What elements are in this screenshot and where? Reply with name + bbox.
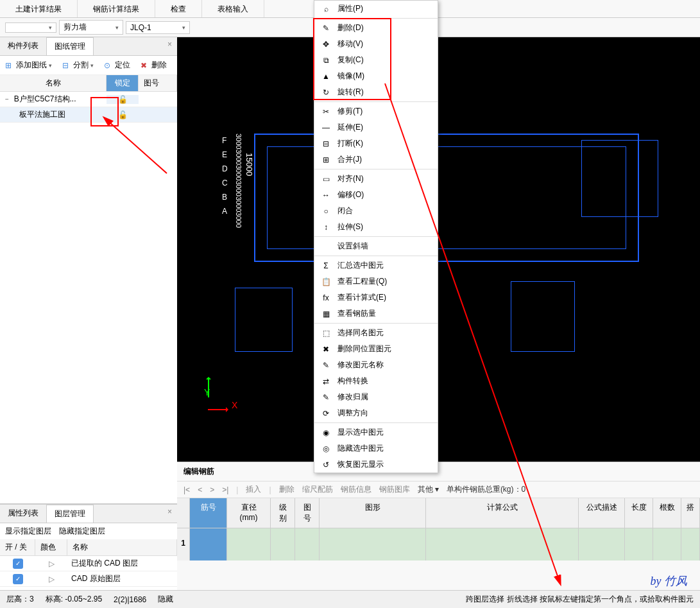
nav-last-button[interactable]: >| [222,485,228,494]
delete-button[interactable]: 删除 [279,484,295,495]
menu-item[interactable]: ↺恢复图元显示 [314,456,438,473]
drawing-tabs: 构件列表 图纸管理 × [0,37,177,56]
total-weight-label: 单构件钢筋总重(kg)：0 [447,484,525,495]
tab-properties[interactable]: 属性列表 [0,505,46,523]
menu-item[interactable]: ◎隐藏选中图元 [314,440,438,456]
menu-item[interactable]: ✎修改归属 [314,389,438,405]
tree-row[interactable]: −B户型C5C7结构... 🔓 [0,92,177,107]
menu-item[interactable]: ○闭合 [314,203,438,219]
menu-icon: ⟳ [321,408,331,419]
nav-first-button[interactable]: |< [184,485,190,494]
layer-row[interactable]: ✓ ▷ 已提取的 CAD 图层 [0,556,177,571]
menu-item[interactable]: ⊞合并(J) [314,152,438,168]
locate-icon: ⊙ [104,61,113,70]
menu-icon: ✂ [321,107,331,117]
lock-icon[interactable]: 🔓 [118,110,128,119]
elevation: 标高: -0.05~2.95 [46,594,102,605]
col-color: 颜色 [35,539,67,555]
dropdown-1[interactable]: ▾ [5,22,56,33]
menu-item[interactable]: ⧉复制(C) [314,52,438,68]
rebar-table-row[interactable]: 1 [177,528,700,560]
checkbox-icon[interactable]: ✓ [13,559,23,569]
menu-item[interactable]: ⬚选择同名图元 [314,325,438,341]
tab-component-list[interactable]: 构件列表 [0,37,46,55]
context-menu: ⌕属性(P)✎删除(D)✥移动(V)⧉复制(C)▲镜像(M)↻旋转(R)✂修剪(… [314,0,438,473]
menu-icon: ⌕ [321,4,331,14]
rebar-toolbar: |< < > >| | 插入 | 删除 缩尺配筋 钢筋信息 钢筋图库 其他 ▾ … [177,482,700,498]
nav-next-button[interactable]: > [210,485,214,494]
expand-icon[interactable]: − [3,96,12,103]
drawing-tree: −B户型C5C7结构... 🔓 板平法施工图 🔓 [0,92,177,503]
menu-item[interactable]: ⌕属性(P) [314,1,438,17]
lock-icon[interactable]: 🔓 [118,95,128,104]
close-icon[interactable]: × [165,507,175,516]
tab-check[interactable]: 检查 [155,0,202,17]
chevron-down-icon: ▾ [182,24,185,31]
menu-item[interactable]: ✎修改图元名称 [314,357,438,373]
menu-item[interactable]: ⇄构件转换 [314,373,438,389]
menu-item[interactable]: 设置斜墙 [314,238,438,254]
menu-item[interactable]: ↻旋转(R) [314,84,438,100]
menu-item[interactable]: ✂修剪(T) [314,103,438,119]
expand-icon[interactable]: ▷ [49,575,55,584]
tab-rebar[interactable]: 钢筋计算结果 [78,0,155,17]
layer-panel: 属性列表 图层管理 × 显示指定图层 隐藏指定图层 开 / 关 颜色 名称 ✓ … [0,503,177,590]
menu-item[interactable]: ✥移动(V) [314,36,438,52]
menu-item[interactable]: 📋查看工程量(Q) [314,274,438,290]
floor-height: 层高：3 [6,594,34,605]
layer-row[interactable]: ✓ ▷ CAD 原始图层 [0,571,177,587]
menu-icon: ✎ [321,23,331,33]
tab-layer-manage[interactable]: 图层管理 [46,505,94,523]
show-layer-button[interactable]: 显示指定图层 [5,526,51,537]
menu-item[interactable]: ◉显示选中图元 [314,424,438,440]
menu-item[interactable]: ▭对齐(N) [314,171,438,187]
rebar-editor-title: 编辑钢筋 [177,462,700,482]
menu-item[interactable]: ▲镜像(M) [314,68,438,84]
col-name: 名称 [67,539,177,555]
menu-item[interactable]: ▦查看钢筋量 [314,306,438,322]
menu-item[interactable]: ✖删除同位置图元 [314,341,438,357]
menu-item[interactable]: ↔偏移(O) [314,187,438,203]
add-drawing-button[interactable]: ⊞添加图纸▾ [3,58,55,72]
expand-icon[interactable]: ▷ [49,559,55,568]
menu-item[interactable]: —延伸(E) [314,119,438,135]
menu-icon: — [321,123,331,133]
locate-button[interactable]: ⊙定位 [101,58,133,72]
delete-drawing-button[interactable]: ✖删除 [138,58,169,72]
rebar-editor: 编辑钢筋 |< < > >| | 插入 | 删除 缩尺配筋 钢筋信息 钢筋图库 … [177,462,700,590]
col-toggle: 开 / 关 [0,539,35,555]
nav-prev-button[interactable]: < [198,485,202,494]
menu-item[interactable]: ⟳调整方向 [314,405,438,421]
status-bar: 层高：3 标高: -0.05~2.95 2(2)|1686 隐藏 跨图层选择 折… [0,590,700,608]
insert-button[interactable]: 插入 [246,484,261,495]
other-dropdown[interactable]: 其他 ▾ [418,484,439,495]
tree-row[interactable]: 板平法施工图 🔓 [0,107,177,123]
close-icon[interactable]: × [165,40,175,49]
menu-item[interactable]: ⊟打断(K) [314,135,438,152]
menu-icon: 📋 [321,277,331,287]
right-area: FED CBA 300030003000300030003000 15000 Y… [177,37,700,590]
col-name: 名称 [0,75,107,91]
col-lock[interactable]: 锁定 [107,75,139,91]
menu-icon: ↺ [321,460,331,470]
menu-item[interactable]: ✎删除(D) [314,20,438,36]
rebar-table-header: 筋号 直径(mm) 级别 图号 图形 计算公式 公式描述 长度 根数 搭 [177,498,700,528]
scale-button[interactable]: 缩尺配筋 [302,484,333,495]
menu-item[interactable]: ↕拉伸(S) [314,219,438,235]
hide-label: 隐藏 [158,594,173,605]
tab-table-input[interactable]: 表格输入 [202,0,264,17]
tab-civil[interactable]: 土建计算结果 [0,0,78,17]
menu-item[interactable]: Σ汇总选中图元 [314,257,438,274]
menu-icon: ↔ [321,190,331,200]
split-button[interactable]: ⊟分割▾ [60,58,96,72]
coordinates: 2(2)|1686 [114,595,146,604]
dropdown-wall-type[interactable]: 剪力墙▾ [59,20,123,35]
tab-drawing-manage[interactable]: 图纸管理 [46,37,94,55]
cad-canvas[interactable]: FED CBA 300030003000300030003000 15000 Y… [177,37,700,462]
rebar-lib-button[interactable]: 钢筋图库 [379,484,410,495]
menu-item[interactable]: fx查看计算式(E) [314,290,438,306]
checkbox-icon[interactable]: ✓ [13,574,23,584]
hide-layer-button[interactable]: 隐藏指定图层 [59,526,105,537]
rebar-info-button[interactable]: 钢筋信息 [341,484,371,495]
dropdown-component[interactable]: JLQ-1▾ [126,21,190,34]
